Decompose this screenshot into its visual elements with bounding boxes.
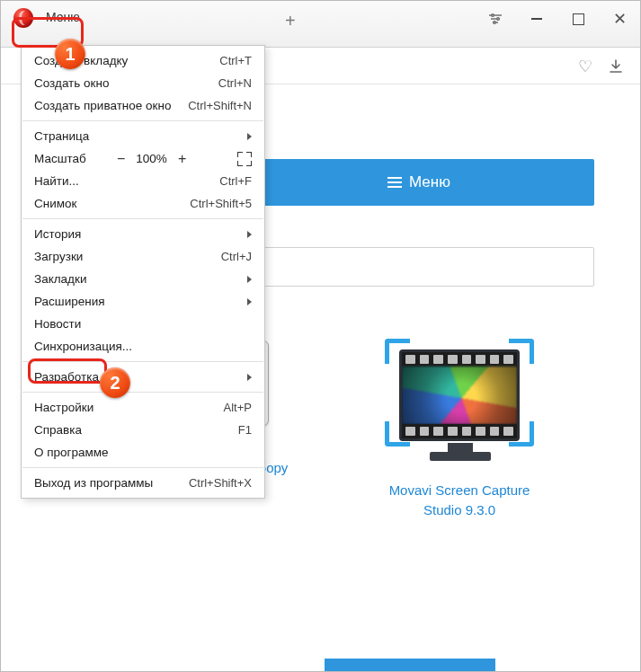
minimize-button[interactable] xyxy=(516,1,557,37)
svg-point-3 xyxy=(492,14,494,17)
opera-logo-icon[interactable] xyxy=(13,8,33,28)
svg-point-4 xyxy=(497,18,500,21)
menu-history[interactable]: История xyxy=(22,223,264,245)
tile-movavi-caption: Movavi Screen Capture Studio 9.3.0 xyxy=(369,481,549,520)
chevron-right-icon xyxy=(247,231,252,238)
zoom-in-button[interactable]: + xyxy=(176,151,188,167)
app-menu-button[interactable]: Меню xyxy=(40,7,89,27)
maximize-button[interactable] xyxy=(557,1,599,37)
menu-extensions[interactable]: Расширения xyxy=(22,290,264,313)
menu-help[interactable]: Справка F1 xyxy=(22,419,264,441)
site-mobile-menu-label: Меню xyxy=(409,173,450,191)
site-mobile-menu-button[interactable]: Меню xyxy=(244,159,594,206)
site-search-input[interactable] xyxy=(244,247,594,287)
chevron-right-icon xyxy=(247,276,252,283)
tile-movavi[interactable]: Movavi Screen Capture Studio 9.3.0 xyxy=(369,340,549,520)
close-button[interactable]: ✕ xyxy=(599,1,640,37)
page-subtitle-fragment: лем xyxy=(226,119,640,134)
menu-news[interactable]: Новости xyxy=(22,313,264,335)
menu-find[interactable]: Найти... Ctrl+F xyxy=(22,170,264,192)
menu-zoom[interactable]: Масштаб − 100% + xyxy=(22,147,264,170)
browser-window: Меню + ✕ ♡ лем Меню xyxy=(0,0,641,672)
menu-exit[interactable]: Выход из программы Ctrl+Shift+X xyxy=(22,472,264,494)
new-tab-button[interactable]: + xyxy=(278,8,303,33)
svg-point-5 xyxy=(494,22,496,24)
hamburger-icon xyxy=(387,177,402,188)
menu-new-tab[interactable]: Создать вкладку Ctrl+T xyxy=(22,49,264,72)
menu-about[interactable]: О программе xyxy=(22,441,264,464)
zoom-out-button[interactable]: − xyxy=(115,151,127,167)
chevron-right-icon xyxy=(247,133,252,140)
menu-new-window[interactable]: Создать окно Ctrl+N xyxy=(22,72,264,94)
menu-separator xyxy=(22,218,263,219)
app-menu-label: Меню xyxy=(46,10,80,24)
chevron-right-icon xyxy=(247,298,252,305)
easy-setup-icon[interactable] xyxy=(475,1,516,37)
menu-snapshot[interactable]: Снимок Ctrl+Shift+5 xyxy=(22,192,264,215)
menu-developer[interactable]: Разработка xyxy=(22,366,264,388)
title-bar: Меню + ✕ xyxy=(1,1,640,48)
page-bottom-accent xyxy=(325,659,495,671)
chevron-right-icon xyxy=(247,374,252,381)
zoom-value: 100% xyxy=(136,152,167,165)
menu-new-private-window[interactable]: Создать приватное окно Ctrl+Shift+N xyxy=(22,94,264,117)
menu-downloads[interactable]: Загрузки Ctrl+J xyxy=(22,245,264,268)
movavi-illustration xyxy=(383,340,536,466)
menu-settings[interactable]: Настройки Alt+P xyxy=(22,396,264,419)
fullscreen-icon[interactable] xyxy=(237,152,252,166)
menu-separator xyxy=(22,467,263,468)
menu-page[interactable]: Страница xyxy=(22,125,264,147)
menu-bookmarks[interactable]: Закладки xyxy=(22,268,264,290)
menu-separator xyxy=(22,392,263,393)
window-controls: ✕ xyxy=(475,1,640,37)
menu-separator xyxy=(22,120,263,121)
bookmark-heart-icon[interactable]: ♡ xyxy=(570,51,601,82)
app-menu-dropdown: Создать вкладку Ctrl+T Создать окно Ctrl… xyxy=(21,45,265,499)
menu-sync[interactable]: Синхронизация... xyxy=(22,335,264,358)
downloads-icon[interactable] xyxy=(601,51,631,82)
menu-separator xyxy=(22,361,263,362)
